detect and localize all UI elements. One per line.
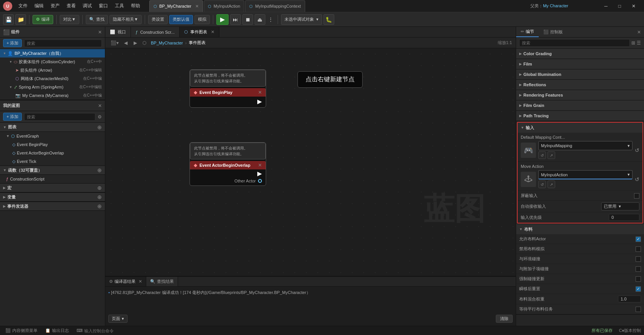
section-header[interactable]: ▶ Global Illumination	[516, 69, 644, 79]
add-component-button[interactable]: + 添加	[3, 39, 22, 47]
external-icon[interactable]: ↗	[548, 181, 555, 188]
section-cloth-header[interactable]: ▼ 布料	[516, 224, 644, 234]
control-tab[interactable]: ⬛ 控制板	[539, 27, 567, 37]
grid-icon[interactable]: ⊞	[631, 40, 635, 46]
content-browser-button[interactable]: ⬛ 内容侧滑菜单	[3, 327, 40, 334]
view-mode-icon[interactable]: ⬛▾	[109, 39, 120, 46]
close-icon[interactable]: ✕	[139, 279, 142, 284]
details-tab[interactable]: ✏ 编节	[516, 27, 539, 37]
mapping-dropdown-default[interactable]: MyInputMapping ▾	[538, 141, 633, 150]
section-header[interactable]: ▶ Path Tracing	[516, 111, 644, 121]
debug-target-selector[interactable]: 未选中调试对象 ▾	[281, 14, 322, 25]
list-item[interactable]: ▼ ⬡ EventGraph	[0, 132, 105, 140]
priority-input[interactable]: 0	[609, 214, 639, 221]
compare-button[interactable]: 对比▼	[60, 15, 79, 24]
checkbox[interactable]	[636, 256, 641, 262]
section-header[interactable]: ▶ Film Grain	[516, 100, 644, 110]
add-blueprint-button[interactable]: + 添加	[3, 113, 22, 121]
class-defaults-button[interactable]: 类默认值	[169, 15, 193, 24]
tree-item-camera[interactable]: 📷 My Camera (MyCamera) 在C++中编	[0, 91, 105, 100]
menu-view[interactable]: 查看	[64, 2, 79, 10]
reset-button[interactable]: ↺	[635, 147, 639, 153]
settings-icon[interactable]: ⚙	[98, 114, 102, 120]
list-icon[interactable]: ☰	[637, 40, 641, 46]
browse-icon[interactable]: ↺	[538, 151, 546, 159]
simulate-button[interactable]: 模拟	[195, 15, 210, 24]
compile-button[interactable]: ⚙ 编译	[33, 15, 53, 24]
list-item[interactable]: ◇ Event BeginPlay	[0, 140, 105, 149]
section-variables-header[interactable]: ▶ 变量 ⊕	[0, 192, 105, 202]
class-settings-button[interactable]: 类设置	[148, 15, 168, 24]
tree-item-arrow[interactable]: ➤ 箭头组件 (Arrow) 在C++中编辑	[0, 66, 105, 74]
clear-button[interactable]: 清除	[496, 315, 513, 323]
menu-file[interactable]: 文件	[15, 2, 31, 10]
close-button[interactable]: ✕	[626, 2, 641, 10]
close-icon[interactable]: ✕	[258, 163, 262, 168]
blend-input[interactable]: 1.0	[618, 296, 641, 302]
components-search-input[interactable]	[24, 39, 102, 47]
menu-debug[interactable]: 调试	[80, 2, 95, 10]
find-results-tab[interactable]: 🔍 查找结果	[146, 277, 178, 286]
section-macros-header[interactable]: ▶ 宏 ⊕	[0, 183, 105, 192]
section-header[interactable]: ▶ Color Grading	[516, 49, 644, 59]
section-header[interactable]: ▶ Reflections	[516, 80, 644, 90]
step-button[interactable]: ⏭	[230, 14, 241, 25]
details-search-input[interactable]	[519, 39, 630, 47]
browse-button[interactable]: 📁	[15, 14, 26, 25]
add-section-icon[interactable]: ⊕	[97, 185, 102, 191]
menu-window[interactable]: 窗口	[96, 2, 111, 10]
menu-help[interactable]: 帮助	[128, 2, 143, 10]
event-graph-tab[interactable]: ⬡ 事件图表 ✕	[180, 27, 219, 37]
maximize-button[interactable]: □	[613, 2, 626, 10]
menu-tools[interactable]: 工具	[112, 2, 127, 10]
checkbox[interactable]	[636, 276, 641, 282]
stop-button[interactable]: ⏹	[242, 14, 253, 25]
save-button[interactable]: 💾	[3, 14, 14, 25]
add-section-icon[interactable]: ⊕	[97, 194, 102, 200]
section-header[interactable]: ▶ Film	[516, 59, 644, 69]
compile-results-tab[interactable]: ⚙ 编译器结果 ✕	[105, 277, 146, 286]
event-begin-play-node[interactable]: 此节点被禁用，将不会被调用。从引脚连出引线来编译功能。 ◆ Event Begi…	[190, 69, 266, 108]
tab-bp-mycharacter[interactable]: ⬡ BP_MyCharacter ✕	[149, 0, 203, 12]
cmd-input[interactable]	[84, 328, 145, 333]
browse-icon[interactable]: ↺	[538, 181, 546, 188]
checkbox[interactable]	[636, 266, 641, 272]
checkbox[interactable]	[634, 193, 639, 199]
play-button[interactable]: ▶	[216, 14, 229, 25]
checkbox[interactable]: ✓	[636, 286, 641, 292]
source-control[interactable]: C♦版本控制	[619, 328, 641, 333]
nav-back-button[interactable]: ◀	[122, 39, 130, 46]
section-functions-header[interactable]: ▼ 函数（32可覆盖） ⊕	[0, 166, 105, 175]
reset-button[interactable]: ↺	[635, 176, 639, 182]
section-header[interactable]: ▶ Rendering Features	[516, 90, 644, 100]
blueprint-canvas[interactable]: 点击右键新建节点 此节点被禁用，将不会被调用。从引脚连出引线来编译功能。 ◆ E…	[105, 48, 516, 276]
input-dropdown[interactable]: 已禁用 ▾	[601, 202, 639, 210]
page-button[interactable]: 页面 ▾	[108, 315, 127, 323]
menu-asset[interactable]: 资产	[47, 2, 63, 10]
construction-script-tab[interactable]: ƒ Construction Scr...	[131, 27, 180, 37]
menu-edit[interactable]: 编辑	[31, 2, 47, 10]
add-section-icon[interactable]: ⊕	[97, 124, 102, 130]
tree-item-bp-mycharacter[interactable]: ▼ 👤 BP_MyCharacter（自我）	[0, 49, 105, 57]
tab-close-icon[interactable]: ✕	[211, 30, 214, 34]
close-icon[interactable]: ✕	[258, 90, 262, 95]
checkbox[interactable]: ✓	[636, 236, 641, 242]
section-events-header[interactable]: ▶ 事件发送器 ⊕	[0, 202, 105, 211]
tab-bp-close[interactable]: ✕	[195, 4, 199, 9]
tree-item-collision[interactable]: ▼ ⬭ 胶囊体组件 (CollisionCylinder) 在C++中	[0, 57, 105, 66]
event-actor-overlap-node[interactable]: 此节点被禁用，将不会被调用。从引脚连出引线来编译功能。 ◆ Event Acto…	[190, 142, 266, 186]
mapping-dropdown-move[interactable]: MyInputAction ▾	[538, 170, 633, 179]
section-graphs-header[interactable]: ▼ 图表 ⊕	[0, 123, 105, 132]
tree-item-springarm[interactable]: ▼ ⤤ Spring Arm (SpringArm) 在C++中编组	[0, 83, 105, 91]
tab-myinputaction[interactable]: ⬡ MyInputAction	[204, 0, 245, 12]
list-item[interactable]: ◇ Event ActorBeginOverlap	[0, 149, 105, 157]
search-button[interactable]: 🔍 查找	[86, 15, 108, 24]
my-blueprints-search-input[interactable]	[24, 113, 95, 121]
components-close[interactable]: ✕	[98, 30, 102, 35]
add-section-icon[interactable]: ⊕	[97, 167, 102, 173]
minimize-button[interactable]: ─	[599, 2, 613, 10]
eject-button[interactable]: ⏏	[255, 14, 265, 25]
right-panel-close[interactable]: ✕	[634, 30, 644, 35]
breadcrumb-root[interactable]: BP_MyCharacter	[151, 41, 183, 45]
checkbox[interactable]	[636, 246, 641, 252]
